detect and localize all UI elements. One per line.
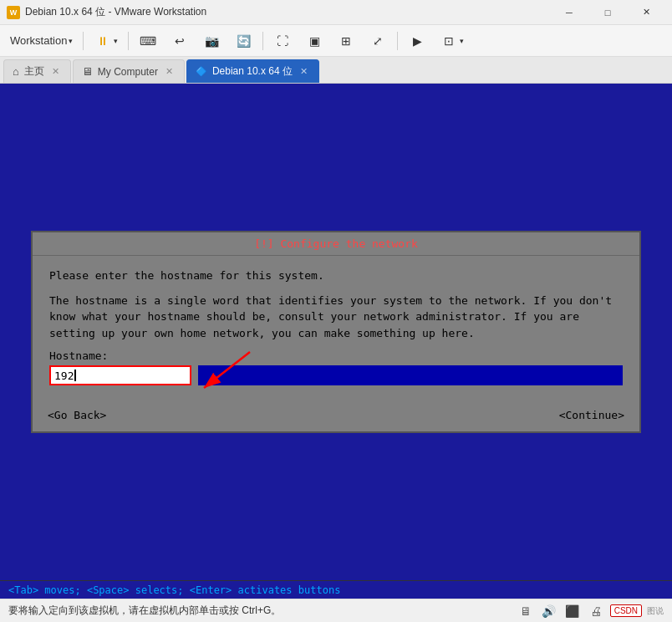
status-hint-text: 要将输入定向到该虚拟机，请在虚拟机内部单击或按 Ctrl+G。	[8, 604, 281, 618]
stretch-button[interactable]: ⤢	[364, 28, 392, 54]
printer-icon: 🖨	[587, 602, 605, 620]
tab-bar: ⌂ 主页 ✕ 🖥 My Computer ✕ 🔷 Debian 10.x 64 …	[0, 57, 672, 84]
hostname-input-fill	[198, 365, 623, 385]
snapshot2-icon: 🔄	[234, 32, 252, 50]
display-icon: ⊡	[440, 32, 458, 50]
tab-mycomputer-close[interactable]: ✕	[163, 65, 176, 78]
toolbar-divider-2	[128, 32, 129, 50]
hostname-input-row: 192	[49, 365, 623, 385]
workstation-dropdown-arrow: ▾	[69, 37, 73, 45]
tab-mycomputer-label: My Computer	[98, 66, 158, 78]
ctrlaltdel-icon: ⌨	[139, 32, 157, 50]
main-status-bar: 要将输入定向到该虚拟机，请在虚拟机内部单击或按 Ctrl+G。 🖥 🔊 ⬛ 🖨 …	[0, 599, 672, 622]
send-ctrlaltdel-button[interactable]: ⌨	[134, 28, 162, 54]
pause-icon: ⏸	[94, 32, 112, 50]
vm-status-text: <Tab> moves; <Space> selects; <Enter> ac…	[8, 584, 340, 596]
tab-debian-label: Debian 10.x 64 位	[212, 64, 293, 79]
hostname-value: 192	[54, 370, 74, 382]
fullscreen-button[interactable]: ⛶	[268, 28, 297, 54]
toolbar-divider-4	[397, 32, 398, 50]
workstation-label: Workstation	[10, 34, 67, 47]
pause-dropdown-arrow: ▾	[114, 37, 118, 45]
debian-tab-icon: 🔷	[196, 66, 207, 77]
snapshot-button[interactable]: 📷	[197, 28, 226, 54]
hostname-input[interactable]: 192	[49, 365, 191, 385]
vm-screen[interactable]: [!] Configure the network Please enter t…	[0, 84, 672, 580]
toolbar-divider-1	[83, 32, 84, 50]
dialog-title: [!] Configure the network	[33, 232, 639, 256]
close-button[interactable]: ✕	[627, 0, 665, 25]
dialog-text-1: Please enter the hostname for this syste…	[49, 268, 623, 284]
text-cursor	[74, 370, 76, 381]
vm-status-bar: <Tab> moves; <Space> selects; <Enter> ac…	[0, 580, 672, 599]
home-tab-icon: ⌂	[13, 65, 19, 78]
hostname-label: Hostname:	[49, 349, 623, 362]
display-button[interactable]: ⊡ ▾	[435, 28, 469, 54]
window-controls: ─ □ ✕	[550, 0, 665, 25]
tab-mycomputer[interactable]: 🖥 My Computer ✕	[73, 59, 185, 83]
tab-home[interactable]: ⌂ 主页 ✕	[3, 59, 71, 83]
unity-button[interactable]: ▣	[300, 28, 328, 54]
configure-network-dialog: [!] Configure the network Please enter t…	[31, 231, 641, 433]
app-icon: W	[7, 6, 20, 19]
dialog-buttons: <Go Back> <Continue>	[33, 404, 639, 431]
audio-icon: 🔊	[540, 602, 558, 620]
network-icon: 🖥	[517, 602, 535, 620]
view-icon: ⊞	[337, 32, 355, 50]
revert-icon: ↩	[171, 32, 189, 50]
tab-home-label: 主页	[24, 64, 44, 79]
mycomputer-tab-icon: 🖥	[82, 65, 93, 78]
toolbar: Workstation ▾ ⏸ ▾ ⌨ ↩ 📷 🔄 ⛶ ▣ ⊞ ⤢ ▶ ⊡ ▾	[0, 25, 672, 57]
usb-icon: ⬛	[563, 602, 582, 620]
terminal-button[interactable]: ▶	[403, 28, 431, 54]
toolbar-divider-3	[262, 32, 263, 50]
tab-debian[interactable]: 🔷 Debian 10.x 64 位 ✕	[186, 59, 319, 83]
snapshot-icon: 📷	[202, 32, 221, 50]
fullscreen-icon: ⛶	[273, 32, 292, 50]
continue-button[interactable]: <Continue>	[552, 407, 631, 423]
snapshot2-button[interactable]: 🔄	[229, 28, 257, 54]
go-back-button[interactable]: <Go Back>	[41, 407, 113, 423]
tab-debian-close[interactable]: ✕	[298, 65, 310, 78]
title-bar: W Debian 10.x 64 位 - VMware Workstation …	[0, 0, 672, 25]
pause-button[interactable]: ⏸ ▾	[89, 28, 123, 54]
terminal-icon: ▶	[408, 32, 426, 50]
dialog-text-2: The hostname is a single word that ident…	[49, 293, 623, 342]
view-button[interactable]: ⊞	[332, 28, 360, 54]
unity-icon: ▣	[305, 32, 323, 50]
display-dropdown-arrow: ▾	[460, 37, 464, 45]
watermark-text: 图说	[647, 605, 664, 617]
revert-button[interactable]: ↩	[165, 28, 194, 54]
stretch-icon: ⤢	[369, 32, 387, 50]
workstation-menu[interactable]: Workstation ▾	[5, 31, 78, 50]
window-title: Debian 10.x 64 位 - VMware Workstation	[25, 5, 550, 19]
status-bar-right: 🖥 🔊 ⬛ 🖨 CSDN 图说	[517, 602, 664, 620]
dialog-content: Please enter the hostname for this syste…	[33, 256, 639, 404]
minimize-button[interactable]: ─	[550, 0, 588, 25]
maximize-button[interactable]: □	[588, 0, 627, 25]
csdn-badge: CSDN	[610, 604, 642, 617]
tab-home-close[interactable]: ✕	[49, 65, 62, 78]
